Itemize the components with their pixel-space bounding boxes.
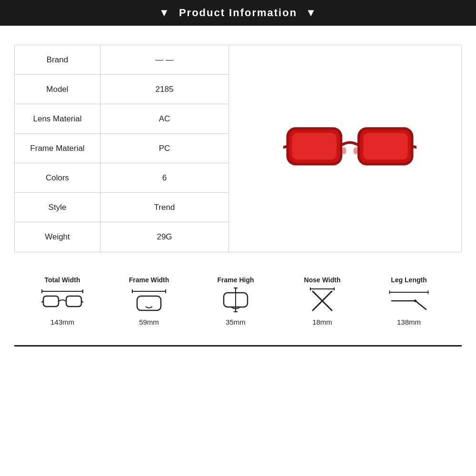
header-title: Product Information (179, 7, 297, 19)
svg-point-33 (414, 299, 416, 302)
dim-value-total-width: 143mm (50, 318, 74, 326)
svg-point-6 (342, 147, 346, 154)
dim-icon-total-width (41, 287, 84, 315)
table-row: Brand — — (15, 45, 228, 75)
table-row: Model 2185 (15, 75, 228, 104)
value-frame-material: PC (100, 134, 228, 163)
dim-leg-length: Leg Length 138mm (385, 276, 433, 326)
label-style: Style (15, 193, 100, 222)
value-weight: 29G (100, 222, 228, 252)
value-model: 2185 (100, 75, 228, 104)
label-lens-material: Lens Material (15, 104, 100, 133)
dim-label-frame-width: Frame Width (129, 276, 169, 284)
header-bar: ▼ Product Information ▼ (0, 0, 476, 26)
label-model: Model (15, 75, 100, 104)
dim-icon-frame-high (214, 287, 257, 315)
label-weight: Weight (15, 222, 100, 252)
triangle-right: ▼ (306, 7, 317, 19)
label-brand: Brand (15, 45, 100, 74)
value-colors: 6 (100, 163, 228, 192)
table-row: Weight 29G (15, 222, 228, 252)
sunglasses-image (283, 115, 416, 182)
dim-icon-nose-width (301, 287, 344, 315)
dimensions-section: Total Width 143mm Frame Width (14, 271, 462, 331)
svg-line-32 (416, 301, 426, 309)
dim-icon-leg-length (387, 287, 430, 315)
dim-nose-width: Nose Width 18mm (298, 276, 346, 326)
table-row: Style Trend (15, 193, 228, 222)
dim-icon-frame-width (128, 287, 170, 315)
dim-value-frame-high: 35mm (226, 318, 246, 326)
svg-rect-1 (292, 133, 337, 159)
dim-label-total-width: Total Width (44, 276, 80, 284)
page-wrapper: ▼ Product Information ▼ Brand — — Model … (0, 0, 476, 476)
dim-label-nose-width: Nose Width (304, 276, 341, 284)
dim-label-leg-length: Leg Length (391, 276, 426, 284)
value-brand: — — (100, 45, 228, 74)
table-row: Lens Material AC (15, 104, 228, 134)
main-content: Brand — — Model 2185 Lens Material AC Fr… (14, 45, 462, 252)
svg-rect-12 (66, 296, 81, 307)
info-table: Brand — — Model 2185 Lens Material AC Fr… (15, 45, 229, 252)
bottom-line (14, 345, 462, 347)
dim-frame-high: Frame High 35mm (212, 276, 259, 326)
table-row: Colors 6 (15, 163, 228, 193)
value-lens-material: AC (100, 104, 228, 133)
dim-value-leg-length: 138mm (397, 318, 421, 326)
dim-value-nose-width: 18mm (312, 318, 332, 326)
dim-total-width: Total Width 143mm (39, 276, 86, 326)
table-row: Frame Material PC (15, 134, 228, 163)
dim-value-frame-width: 59mm (139, 318, 159, 326)
dim-frame-width: Frame Width 59mm (125, 276, 173, 326)
dim-label-frame-high: Frame High (217, 276, 254, 284)
label-colors: Colors (15, 163, 100, 192)
triangle-left: ▼ (159, 7, 170, 19)
svg-point-7 (353, 147, 357, 154)
svg-rect-3 (363, 133, 407, 159)
svg-rect-11 (43, 296, 59, 307)
label-frame-material: Frame Material (15, 134, 100, 163)
product-image-area (238, 45, 461, 252)
value-style: Trend (100, 193, 228, 222)
